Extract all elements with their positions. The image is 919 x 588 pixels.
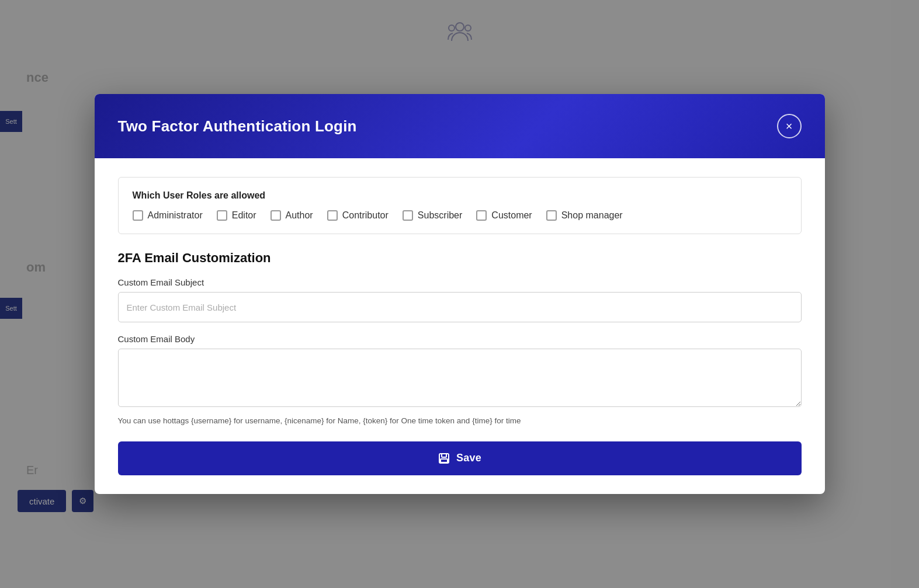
role-item-contributor: Contributor [327, 210, 389, 221]
role-item-author: Author [271, 210, 313, 221]
role-checkbox-author[interactable] [271, 210, 281, 221]
roles-section: Which User Roles are allowed Administrat… [118, 177, 802, 234]
role-checkbox-shop-manager[interactable] [546, 210, 557, 221]
modal-container: Two Factor Authentication Login × Which … [95, 94, 825, 493]
body-label: Custom Email Body [118, 334, 802, 344]
role-item-editor: Editor [217, 210, 256, 221]
modal-body: Which User Roles are allowed Administrat… [95, 158, 825, 493]
role-label-editor[interactable]: Editor [232, 210, 256, 221]
role-label-subscriber[interactable]: Subscriber [418, 210, 462, 221]
role-checkbox-customer[interactable] [476, 210, 487, 221]
role-item-customer: Customer [476, 210, 532, 221]
roles-list: Administrator Editor Author Contributor [133, 210, 787, 221]
role-label-contributor[interactable]: Contributor [342, 210, 389, 221]
role-label-customer[interactable]: Customer [491, 210, 532, 221]
save-button[interactable]: Save [118, 441, 802, 475]
role-checkbox-contributor[interactable] [327, 210, 338, 221]
roles-heading: Which User Roles are allowed [133, 190, 787, 201]
role-checkbox-editor[interactable] [217, 210, 227, 221]
role-label-administrator[interactable]: Administrator [148, 210, 203, 221]
twofa-heading: 2FA Email Customization [118, 250, 802, 266]
modal-title: Two Factor Authentication Login [118, 117, 357, 135]
hint-text: You can use hottags {username} for usern… [118, 415, 802, 427]
save-icon [438, 452, 450, 465]
role-item-subscriber: Subscriber [403, 210, 462, 221]
role-item-administrator: Administrator [133, 210, 203, 221]
svg-rect-5 [441, 459, 448, 462]
role-checkbox-subscriber[interactable] [403, 210, 413, 221]
modal-header: Two Factor Authentication Login × [95, 94, 825, 158]
subject-label: Custom Email Subject [118, 277, 802, 287]
role-checkbox-administrator[interactable] [133, 210, 143, 221]
custom-email-subject-input[interactable] [118, 292, 802, 322]
role-label-shop-manager[interactable]: Shop manager [561, 210, 623, 221]
role-item-shop-manager: Shop manager [546, 210, 623, 221]
twofa-section: 2FA Email Customization Custom Email Sub… [118, 250, 802, 475]
modal-overlay: Two Factor Authentication Login × Which … [0, 0, 919, 588]
custom-email-body-textarea[interactable] [118, 349, 802, 407]
save-button-label: Save [456, 452, 481, 464]
role-label-author[interactable]: Author [286, 210, 313, 221]
svg-rect-4 [442, 454, 446, 457]
modal-close-button[interactable]: × [777, 114, 802, 138]
